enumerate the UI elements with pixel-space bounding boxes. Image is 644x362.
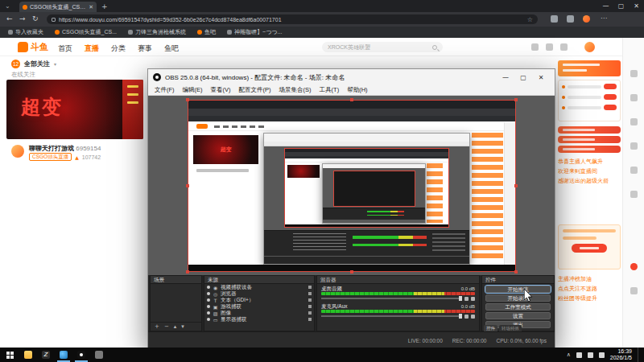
menu-view[interactable]: 查看(V) (211, 86, 231, 94)
menu-file[interactable]: 文件(F) (155, 86, 175, 94)
studio-mode-button[interactable]: 工作室模式 (485, 303, 551, 311)
rail-icon[interactable] (630, 191, 638, 198)
selection-handle[interactable] (514, 270, 518, 274)
selection-handle[interactable] (514, 184, 518, 187)
selection-handle[interactable] (186, 184, 189, 187)
rail-icon[interactable] (630, 118, 638, 125)
profile-avatar[interactable] (583, 15, 590, 23)
eye-icon[interactable] (207, 298, 210, 302)
volume-slider[interactable] (321, 298, 462, 299)
tab-controls[interactable]: 控件 (484, 325, 497, 331)
channel-settings-icon[interactable] (471, 315, 475, 319)
remove-icon[interactable]: − (164, 323, 169, 330)
recharge-row[interactable] (562, 94, 617, 100)
stream-poster[interactable]: 超变 (6, 80, 143, 139)
nav-esports[interactable]: 赛事 (138, 43, 152, 54)
selection-handle[interactable] (514, 98, 518, 101)
maximize-icon[interactable]: ▢ (613, 0, 629, 12)
back-icon[interactable]: ← (6, 14, 13, 23)
network-icon[interactable] (576, 352, 582, 358)
nav-live[interactable]: 直播 (85, 43, 99, 54)
gift-chip[interactable] (558, 136, 621, 143)
red-packet-icon[interactable] (630, 263, 638, 270)
taskbar-app-obs[interactable] (72, 348, 90, 362)
menu-edit[interactable]: 编辑(E) (183, 86, 203, 94)
tab-search-icon[interactable]: ⌄ (5, 2, 10, 10)
eye-icon[interactable] (207, 292, 210, 295)
address-bar[interactable]: https://www.douyu.com/69591547dyshid=59d… (47, 14, 538, 24)
controls-dock-title[interactable]: 控件 (482, 276, 554, 284)
maximize-icon[interactable]: ▢ (514, 74, 532, 81)
taskbar-app-browser[interactable] (55, 348, 72, 362)
tab-transitions[interactable]: 转场特效 (499, 325, 522, 331)
favorite-star-icon[interactable]: ☆ (527, 16, 533, 23)
rail-icon[interactable] (630, 287, 638, 294)
tab-close-icon[interactable]: ✕ (89, 4, 93, 10)
rail-icon[interactable] (630, 94, 638, 101)
lock-icon[interactable] (308, 305, 312, 308)
download-icon[interactable] (531, 43, 539, 51)
refresh-icon[interactable]: ↻ (32, 14, 39, 23)
menu-profile[interactable]: 配置文件(P) (239, 86, 271, 94)
menu-scene-collection[interactable]: 场景集合(S) (279, 86, 312, 94)
settings-button[interactable]: 设置 (485, 312, 551, 319)
recharge-button[interactable] (604, 94, 617, 100)
taskbar-app-file-explorer[interactable] (19, 348, 37, 362)
eye-icon[interactable] (207, 311, 210, 315)
message-icon[interactable] (560, 43, 568, 51)
start-streaming-button[interactable]: 开始推流 (485, 286, 551, 293)
eye-icon[interactable] (207, 318, 210, 321)
obs-window[interactable]: OBS 25.0.8 (64-bit, windows) - 配置文件: 未命名… (147, 68, 555, 348)
volume-icon[interactable] (588, 352, 593, 358)
more-menu-icon[interactable]: ⋯ (601, 14, 607, 22)
recharge-row[interactable] (562, 84, 617, 89)
lock-icon[interactable] (308, 286, 312, 289)
follow-section[interactable]: 12 全部关注 ▾ (11, 60, 56, 68)
recharge-button[interactable] (604, 84, 617, 89)
nav-categories[interactable]: 分类 (111, 43, 126, 54)
close-icon[interactable]: ✕ (532, 74, 550, 81)
lock-icon[interactable] (308, 318, 312, 321)
bookmark-item[interactable]: 神雕咖喱】~つつ... (227, 28, 282, 36)
gift-chip[interactable] (558, 146, 621, 153)
rail-icon[interactable] (630, 142, 638, 150)
douyu-logo[interactable]: 斗鱼 (18, 41, 48, 53)
promo-banner[interactable] (558, 60, 621, 76)
mixer-dock-title[interactable]: 混音器 (317, 276, 479, 284)
mic-icon[interactable] (464, 315, 469, 319)
slider-thumb[interactable] (459, 296, 462, 301)
task-icon[interactable] (546, 43, 553, 51)
recharge-row[interactable] (562, 105, 617, 110)
start-button[interactable] (0, 348, 19, 362)
minimize-icon[interactable]: — (598, 0, 613, 12)
selection-handle[interactable] (350, 98, 353, 101)
taskbar-clock[interactable]: 16:39 2026/1/5 (610, 348, 632, 360)
menu-tools[interactable]: 工具(T) (320, 86, 340, 94)
add-icon[interactable]: + (155, 323, 159, 330)
menu-help[interactable]: 帮助(H) (347, 86, 367, 94)
user-avatar[interactable] (584, 42, 595, 52)
volume-slider[interactable] (321, 315, 462, 317)
move-down-icon[interactable]: ▾ (181, 323, 184, 330)
join-button[interactable] (572, 244, 607, 253)
minimize-icon[interactable]: — (497, 74, 514, 81)
recharge-button[interactable] (604, 105, 617, 110)
gift-chip[interactable] (558, 126, 621, 134)
obs-title-bar[interactable]: OBS 25.0.8 (64-bit, windows) - 配置文件: 未命名… (148, 69, 555, 85)
nav-home[interactable]: 首页 (58, 43, 72, 54)
close-icon[interactable]: ✕ (629, 0, 644, 12)
bookmark-item[interactable]: CSGO頭头直播_CS... (55, 28, 117, 36)
ime-icon[interactable] (599, 352, 605, 358)
rail-icon[interactable] (630, 167, 638, 174)
selection-handle[interactable] (186, 270, 189, 274)
rail-icon[interactable] (630, 70, 638, 77)
start-recording-button[interactable]: 开始录制 (485, 294, 551, 302)
lock-icon[interactable] (308, 292, 312, 295)
slider-thumb[interactable] (459, 314, 462, 319)
category-tag[interactable]: CSGO頭头直播 (29, 153, 72, 161)
lock-icon[interactable] (308, 298, 312, 302)
channel-settings-icon[interactable] (471, 297, 475, 301)
show-desktop-button[interactable] (638, 348, 641, 362)
speaker-icon[interactable] (464, 297, 469, 301)
collections-icon[interactable] (567, 15, 574, 23)
